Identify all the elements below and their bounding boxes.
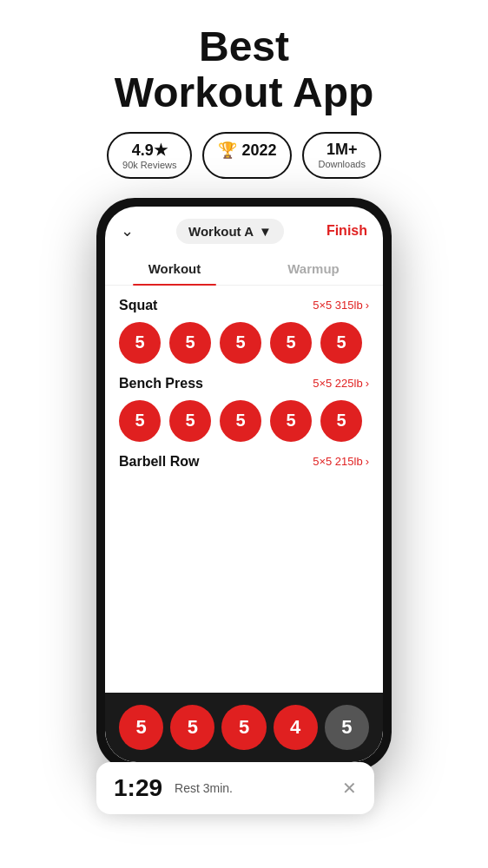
- rating-sub: 90k Reviews: [122, 160, 176, 170]
- bench-press-name: Bench Press: [119, 376, 203, 391]
- squat-arrow-icon: ›: [366, 299, 369, 312]
- barbell-row-arrow-icon: ›: [366, 455, 369, 468]
- exercise-barbell-row-header: Barbell Row 5×5 215lb ›: [119, 454, 369, 470]
- award-value: 🏆 2022: [218, 141, 276, 160]
- exercise-barbell-row: Barbell Row 5×5 215lb ›: [119, 454, 369, 470]
- downloads-sub: Downloads: [318, 159, 365, 169]
- bottom-set-3[interactable]: 5: [221, 705, 266, 750]
- squat-sets-row: 5 5 5 5 5: [119, 322, 369, 364]
- bench-press-sets-row: 5 5 5 5 5: [119, 400, 369, 442]
- squat-set-4[interactable]: 5: [270, 322, 312, 364]
- timer-time: 1:29: [114, 774, 162, 802]
- rating-value: 4.9★: [132, 141, 168, 160]
- timer-label: Rest 3min.: [175, 781, 233, 795]
- bench-set-3[interactable]: 5: [220, 400, 261, 442]
- squat-set-1[interactable]: 5: [119, 322, 161, 364]
- workout-selector-label: Workout A: [188, 224, 254, 239]
- rest-timer: 1:29 Rest 3min. ✕: [96, 762, 374, 814]
- timer-left: 1:29 Rest 3min.: [114, 774, 233, 802]
- barbell-row-stats: 5×5 215lb ›: [313, 455, 369, 468]
- bottom-set-2[interactable]: 5: [170, 705, 214, 750]
- downloads-badge: 1M+ Downloads: [302, 132, 380, 179]
- timer-close-icon[interactable]: ✕: [342, 778, 357, 799]
- exercise-squat-header: Squat 5×5 315lb ›: [119, 298, 369, 313]
- app-topbar: ⌄ Workout A ▼ Finish: [105, 207, 383, 253]
- phone-screen: ⌄ Workout A ▼ Finish Workout Warmup Squa…: [105, 207, 383, 762]
- phone-frame: ⌄ Workout A ▼ Finish Workout Warmup Squa…: [96, 198, 392, 814]
- bench-set-5[interactable]: 5: [320, 400, 362, 442]
- exercise-squat: Squat 5×5 315lb › 5 5 5 5 5: [119, 298, 369, 364]
- barbell-row-name: Barbell Row: [119, 454, 199, 470]
- bottom-set-5[interactable]: 5: [325, 705, 369, 750]
- bench-set-4[interactable]: 5: [270, 400, 312, 442]
- bench-press-arrow-icon: ›: [366, 377, 369, 390]
- bench-press-stats: 5×5 225lb ›: [313, 377, 369, 390]
- tab-workout[interactable]: Workout: [105, 253, 244, 285]
- header: Best Workout App: [97, 0, 392, 132]
- finish-button[interactable]: Finish: [326, 223, 367, 239]
- squat-set-5[interactable]: 5: [320, 322, 362, 364]
- rating-badge: 4.9★ 90k Reviews: [107, 132, 192, 179]
- bottom-set-4[interactable]: 4: [274, 705, 318, 750]
- exercise-list: Squat 5×5 315lb › 5 5 5 5 5: [105, 286, 383, 693]
- bottom-bar: 5 5 5 4 5: [105, 693, 383, 762]
- squat-set-2[interactable]: 5: [169, 322, 211, 364]
- workout-selector[interactable]: Workout A ▼: [176, 219, 284, 244]
- squat-set-3[interactable]: 5: [220, 322, 261, 364]
- bottom-set-1[interactable]: 5: [119, 705, 163, 750]
- tabs-bar: Workout Warmup: [105, 253, 383, 286]
- award-badge: 🏆 2022: [202, 132, 292, 179]
- chevron-down-icon[interactable]: ⌄: [121, 221, 134, 240]
- badges-row: 4.9★ 90k Reviews 🏆 2022 1M+ Downloads: [107, 132, 381, 179]
- exercise-bench-press: Bench Press 5×5 225lb › 5 5 5 5 5: [119, 376, 369, 442]
- selector-arrow-icon: ▼: [259, 224, 272, 239]
- bottom-sets-row: 5 5 5 4 5: [119, 705, 369, 750]
- bench-set-2[interactable]: 5: [169, 400, 211, 442]
- page-title: Best Workout App: [115, 24, 374, 116]
- squat-name: Squat: [119, 298, 157, 313]
- downloads-value: 1M+: [326, 141, 358, 159]
- tab-warmup[interactable]: Warmup: [244, 253, 383, 285]
- exercise-bench-press-header: Bench Press 5×5 225lb ›: [119, 376, 369, 391]
- phone-body: ⌄ Workout A ▼ Finish Workout Warmup Squa…: [96, 198, 392, 771]
- bench-set-1[interactable]: 5: [119, 400, 161, 442]
- squat-stats: 5×5 315lb ›: [313, 299, 369, 312]
